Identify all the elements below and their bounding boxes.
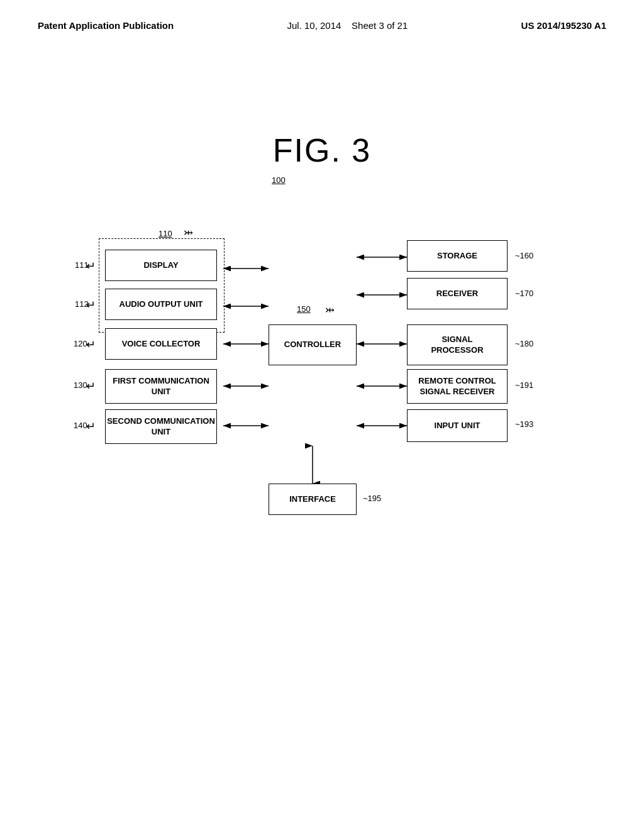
header-sheet: Sheet 3 of 21 [352, 20, 408, 31]
ref-150: 150 [297, 304, 311, 314]
header-center: Jul. 10, 2014 Sheet 3 of 21 [287, 20, 408, 31]
header-date: Jul. 10, 2014 [287, 20, 341, 31]
first-comm-box: FIRST COMMUNICATION UNIT [105, 369, 217, 404]
ref-150-curve: ⤔ [325, 303, 335, 317]
ref-195: ~195 [363, 494, 381, 503]
input-unit-box: INPUT UNIT [407, 409, 508, 442]
ref-110: 110 [158, 229, 172, 238]
ref-130-curve: ↵ [86, 379, 96, 393]
page-header: Patent Application Publication Jul. 10, … [0, 0, 644, 31]
storage-box: STORAGE [407, 240, 508, 272]
display-box: DISPLAY [105, 250, 217, 281]
ref-140-curve: ↵ [86, 419, 96, 433]
remote-control-box: REMOTE CONTROL SIGNAL RECEIVER [407, 369, 508, 404]
receiver-box: RECEIVER [407, 278, 508, 309]
interface-box: INTERFACE [269, 484, 357, 515]
ref-110-curve: ⤔ [184, 226, 193, 240]
figure-title: FIG. 3 [0, 131, 644, 169]
ref-191: ~191 [515, 380, 533, 390]
ref-180: ~180 [515, 339, 533, 348]
ref-130: 130 [74, 380, 87, 390]
diagram: 100 110 ⤔ DISPLAY 111 ↵ AUDIO OUTPUT UNI… [86, 194, 558, 559]
header-right: US 2014/195230 A1 [521, 20, 606, 31]
ref-120: 120 [74, 339, 87, 348]
ref-160: ~160 [515, 251, 533, 260]
ref-100: 100 [272, 175, 286, 185]
ref-140: 140 [74, 421, 87, 430]
ref-120-curve: ↵ [86, 338, 96, 351]
ref-112-curve: ↵ [86, 298, 96, 312]
header-left: Patent Application Publication [38, 20, 174, 31]
ref-111-curve: ↵ [86, 259, 96, 273]
controller-box: CONTROLLER [269, 324, 357, 365]
signal-processor-box: SIGNAL PROCESSOR [407, 324, 508, 365]
ref-170: ~170 [515, 289, 533, 298]
audio-output-box: AUDIO OUTPUT UNIT [105, 289, 217, 320]
second-comm-box: SECOND COMMUNICATION UNIT [105, 409, 217, 444]
voice-collector-box: VOICE COLLECTOR [105, 328, 217, 360]
ref-193: ~193 [515, 419, 533, 429]
